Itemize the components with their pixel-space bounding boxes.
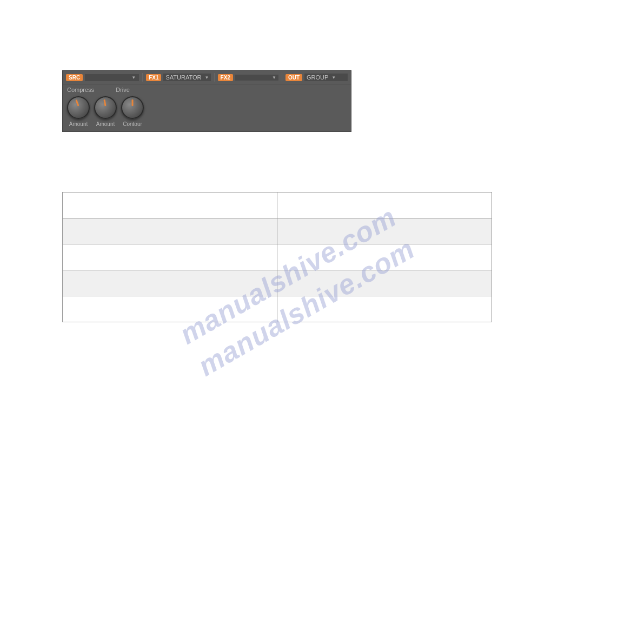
out-badge: OUT [286, 74, 302, 81]
table-row [63, 218, 492, 244]
src-arrow-icon: ▼ [131, 75, 136, 80]
table-cell [63, 244, 277, 270]
table-cell [63, 270, 277, 296]
table-row [63, 296, 492, 322]
drive-amount-label: Amount [96, 121, 115, 127]
table-cell [277, 270, 492, 296]
drive-contour-knob[interactable] [121, 96, 144, 119]
table-cell [63, 192, 277, 218]
drive-amount-knob-container: Amount [94, 96, 117, 127]
fx2-dropdown[interactable]: ▼ [235, 75, 278, 81]
data-table [62, 192, 492, 322]
table-row [63, 270, 492, 296]
out-value: GROUP [307, 74, 328, 81]
drive-contour-label: Contour [123, 121, 142, 127]
drive-amount-knob[interactable] [94, 96, 117, 119]
fx-header: SRC ▼ FX1 SATURATOR ▼ FX2 ▼ OUT GROUP ▼ [63, 71, 351, 84]
fx2-badge: FX2 [218, 74, 233, 81]
table-cell [277, 192, 492, 218]
separator-2 [214, 73, 215, 82]
compress-label: Compress [67, 87, 94, 93]
fx2-arrow-icon: ▼ [272, 75, 276, 80]
src-dropdown[interactable]: ▼ [85, 74, 139, 81]
table-row [63, 244, 492, 270]
table-cell [277, 218, 492, 244]
drive-label: Drive [116, 87, 130, 93]
table-cell [277, 244, 492, 270]
compress-amount-label: Amount [69, 121, 88, 127]
drive-contour-indicator [132, 99, 134, 106]
fx-panel: SRC ▼ FX1 SATURATOR ▼ FX2 ▼ OUT GROUP ▼ … [62, 70, 351, 132]
fx1-dropdown[interactable]: SATURATOR ▼ [163, 74, 210, 81]
compress-amount-knob-container: Amount [67, 96, 90, 127]
fx-knobs-row: Amount Amount Contour [63, 94, 351, 131]
table-row [63, 192, 492, 218]
fx-section-labels: Compress Drive [63, 84, 351, 94]
drive-contour-knob-container: Contour [121, 96, 144, 127]
table-cell [63, 218, 277, 244]
fx1-value: SATURATOR [165, 74, 201, 81]
src-badge: SRC [66, 74, 83, 81]
separator-3 [282, 73, 282, 82]
compress-amount-knob[interactable] [67, 96, 90, 119]
fx1-badge: FX1 [146, 74, 161, 81]
compress-amount-indicator [75, 99, 79, 106]
table-cell [277, 296, 492, 322]
table-container [62, 192, 492, 322]
drive-amount-indicator [103, 99, 106, 106]
out-dropdown[interactable]: GROUP ▼ [304, 74, 348, 81]
separator-1 [142, 73, 143, 82]
out-arrow-icon: ▼ [331, 75, 336, 80]
fx1-arrow-icon: ▼ [204, 75, 209, 80]
table-cell [63, 296, 277, 322]
